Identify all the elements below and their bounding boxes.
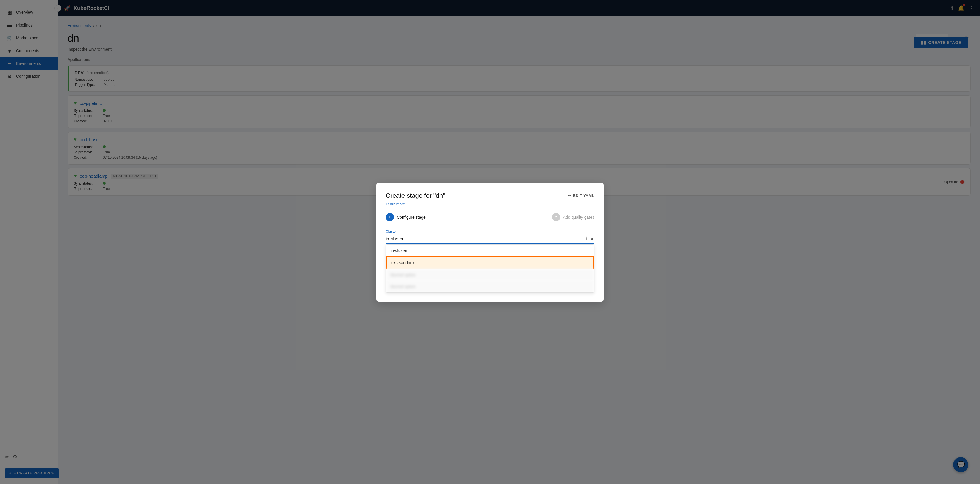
step-1: 1 Configure stage [386,213,426,221]
stepper: 1 Configure stage 2 Add quality gates [386,213,594,221]
dropdown-item-in-cluster[interactable]: in-cluster [386,244,594,256]
cluster-field: Cluster in-cluster ℹ ▲ in-cluster eks-sa… [386,230,594,244]
dropdown-item-blurred-1[interactable]: blurred option [386,269,594,281]
cluster-label: Cluster [386,230,594,233]
modal-header: Create stage for "dn" ✏ EDIT YAML [386,192,594,200]
info-icon-cluster: ℹ [585,236,587,241]
cluster-value: in-cluster [386,236,585,241]
learn-more-link[interactable]: Learn more. [386,202,594,206]
chevron-up-icon[interactable]: ▲ [590,236,594,241]
pencil-icon: ✏ [568,194,571,198]
step-1-label: Configure stage [397,215,426,220]
modal-overlay: Create stage for "dn" ✏ EDIT YAML Learn … [0,0,980,484]
dropdown-item-eks-sandbox[interactable]: eks-sandbox [386,256,594,269]
create-stage-modal: Create stage for "dn" ✏ EDIT YAML Learn … [376,182,604,302]
cluster-dropdown: in-cluster eks-sandbox blurred option bl… [386,244,594,293]
step-2-circle: 2 [552,213,560,221]
cluster-input-wrapper: Cluster in-cluster ℹ ▲ [386,230,594,244]
step-1-circle: 1 [386,213,394,221]
modal-title: Create stage for "dn" [386,192,445,200]
dropdown-item-blurred-2[interactable]: blurred option [386,281,594,292]
step-2: 2 Add quality gates [552,213,594,221]
step-2-label: Add quality gates [563,215,594,220]
edit-yaml-button[interactable]: ✏ EDIT YAML [568,194,594,198]
